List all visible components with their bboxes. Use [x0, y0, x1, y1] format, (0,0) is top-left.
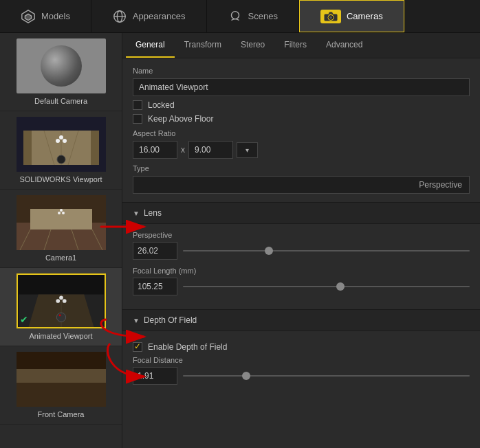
- sidebar-item-default-camera[interactable]: Default Camera: [0, 33, 122, 111]
- camera1-thumb: [17, 195, 106, 250]
- nav-cameras-label: Cameras: [347, 11, 383, 21]
- svg-point-17: [57, 155, 65, 164]
- enable-dof-label: Enable Depth of Field: [148, 342, 227, 352]
- camera1-label: Camera1: [7, 254, 115, 262]
- focal-distance-slider-track[interactable]: [183, 375, 470, 377]
- default-camera-thumb: [17, 38, 106, 93]
- animated-checkmark: ✔: [20, 314, 28, 325]
- dropdown-arrow-icon: ▾: [246, 146, 249, 154]
- sidebar-item-solidworks-viewport[interactable]: SOLIDWORKS Viewport: [0, 111, 122, 190]
- nav-models[interactable]: Models: [0, 0, 91, 32]
- svg-point-29: [62, 212, 65, 214]
- perspective-slider-row: [133, 242, 470, 260]
- dof-section: Enable Depth of Field Focal Distance: [122, 331, 480, 399]
- tab-advanced[interactable]: Advanced: [316, 33, 372, 58]
- svg-rect-19: [91, 131, 99, 165]
- focal-length-slider-track[interactable]: [183, 286, 470, 287]
- svg-point-16: [63, 139, 67, 143]
- default-camera-label: Default Camera: [7, 97, 115, 105]
- focal-distance-slider-thumb[interactable]: [242, 372, 250, 380]
- solidworks-viewport-label: SOLIDWORKS Viewport: [7, 175, 115, 183]
- svg-point-36: [62, 299, 66, 303]
- sidebar-item-animated-viewport[interactable]: ✔ Animated Viewport: [0, 268, 122, 346]
- tab-stereo[interactable]: Stereo: [231, 33, 274, 58]
- front-camera-label: Front Camera: [7, 410, 115, 418]
- aspect-dropdown-button[interactable]: ▾: [237, 142, 258, 158]
- nav-appearances-label: Appearances: [133, 11, 186, 21]
- svg-point-27: [60, 209, 63, 212]
- svg-rect-42: [17, 352, 106, 369]
- focal-distance-input[interactable]: [133, 367, 177, 385]
- lens-title: Lens: [144, 208, 162, 218]
- focal-distance-label: Focal Distance: [133, 356, 470, 364]
- top-nav: Models Appearances Scenes Cameras: [0, 0, 480, 33]
- nav-models-label: Models: [41, 11, 70, 21]
- name-input[interactable]: [133, 78, 470, 96]
- svg-point-35: [56, 299, 60, 303]
- focal-length-slider-row: [133, 278, 470, 295]
- focal-length-label: Focal Length (mm): [133, 267, 470, 275]
- svg-point-37: [56, 313, 65, 322]
- lens-collapse-header[interactable]: ▼ Lens: [122, 202, 480, 224]
- focal-distance-slider-row: [133, 367, 470, 385]
- svg-point-15: [56, 139, 60, 143]
- lens-collapse-arrow-icon: ▼: [133, 210, 140, 217]
- animated-viewport-thumb: ✔: [17, 273, 106, 328]
- nav-scenes-label: Scenes: [248, 11, 278, 21]
- svg-point-34: [59, 295, 63, 300]
- name-section: Name Locked Keep Above Floor Aspect Rati…: [122, 58, 480, 202]
- dof-collapse-arrow-icon: ▼: [133, 317, 140, 324]
- keep-above-floor-label: Keep Above Floor: [148, 114, 213, 124]
- svg-point-14: [59, 135, 63, 139]
- svg-point-38: [58, 314, 61, 316]
- locked-row: Locked: [133, 100, 470, 110]
- keep-above-floor-checkbox[interactable]: [133, 114, 142, 124]
- svg-point-5: [231, 11, 239, 19]
- aspect-separator: x: [181, 145, 185, 155]
- type-dropdown[interactable]: Perspective: [133, 176, 470, 194]
- enable-dof-row: Enable Depth of Field: [133, 342, 470, 352]
- sidebar-item-camera1[interactable]: Camera1: [0, 190, 122, 268]
- svg-point-28: [58, 212, 61, 214]
- keep-above-floor-row: Keep Above Floor: [133, 114, 470, 124]
- perspective-slider-thumb[interactable]: [265, 247, 273, 255]
- svg-marker-1: [25, 14, 31, 20]
- focal-length-input[interactable]: [133, 278, 177, 295]
- dof-collapse-header[interactable]: ▼ Depth Of Field: [122, 309, 480, 331]
- lens-section: Perspective Focal Length (mm): [122, 224, 480, 309]
- sidebar: Default Camera: [0, 33, 122, 448]
- locked-checkbox[interactable]: [133, 100, 142, 110]
- main-layout: Default Camera: [0, 33, 480, 448]
- name-label: Name: [133, 67, 470, 75]
- content-panel: General Transform Stereo Filters Advance…: [122, 33, 480, 448]
- tab-general[interactable]: General: [126, 33, 175, 58]
- nav-scenes[interactable]: Scenes: [207, 0, 299, 32]
- svg-rect-18: [23, 131, 32, 165]
- tabs-bar: General Transform Stereo Filters Advance…: [122, 33, 480, 58]
- aspect-x-input[interactable]: [133, 141, 177, 159]
- sphere-preview: [41, 45, 82, 87]
- front-camera-thumb: [17, 352, 106, 407]
- tab-filters[interactable]: Filters: [274, 33, 316, 58]
- aspect-ratio-row: x ▾: [133, 141, 470, 159]
- svg-rect-22: [30, 209, 92, 229]
- aspect-ratio-label: Aspect Ratio: [133, 129, 470, 137]
- type-value: Perspective: [419, 180, 462, 190]
- focal-length-slider-thumb[interactable]: [336, 282, 345, 291]
- svg-rect-41: [17, 369, 106, 383]
- perspective-slider-track[interactable]: [183, 250, 470, 251]
- sidebar-item-front-camera[interactable]: Front Camera: [0, 346, 122, 425]
- aspect-y-input[interactable]: [188, 141, 233, 159]
- cameras-icon-box: [320, 10, 341, 23]
- perspective-field-label: Perspective: [133, 231, 470, 239]
- animated-viewport-label: Animated Viewport: [7, 332, 115, 340]
- tab-transform[interactable]: Transform: [175, 33, 231, 58]
- svg-rect-40: [17, 383, 106, 407]
- enable-dof-checkbox[interactable]: [133, 342, 142, 352]
- solidworks-thumb: [17, 117, 106, 172]
- nav-cameras[interactable]: Cameras: [299, 0, 404, 32]
- nav-appearances[interactable]: Appearances: [91, 0, 207, 32]
- dof-title: Depth Of Field: [144, 315, 197, 325]
- perspective-input[interactable]: [133, 242, 177, 260]
- type-label: Type: [133, 164, 470, 172]
